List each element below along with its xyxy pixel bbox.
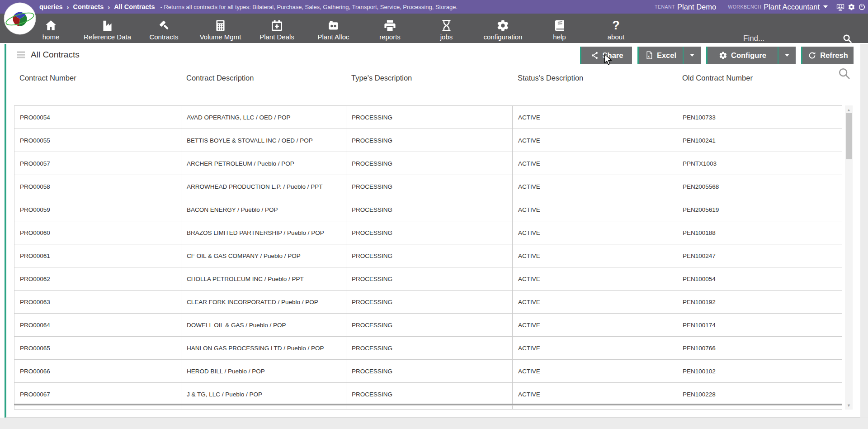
table-row[interactable]: PRO00055 BETTIS BOYLE & STOVALL INC / OE… [14,129,842,152]
cell-contract-number: PRO00065 [14,337,181,359]
refresh-button[interactable]: Refresh [801,47,854,64]
page-title: All Contracts [31,50,80,60]
screen-share-icon[interactable] [836,3,845,11]
nav-item-jobs[interactable]: jobs [418,14,475,43]
cell-contract-number: PRO00064 [14,314,181,336]
configure-button[interactable]: Configure [706,47,778,64]
cell-contract-number: PRO00061 [14,244,181,267]
cell-contract-description: HEROD BILL / Pueblo / POP [181,360,346,382]
workbench-value[interactable]: Plant Accountant [764,3,820,11]
breadcrumb-queries[interactable]: queries [39,3,63,10]
table-row[interactable]: PRO00060 BRAZOS LIMITED PARTNERSHIP / Pu… [14,221,842,244]
book-icon [553,18,566,33]
breadcrumb-separator-icon: › [67,3,69,11]
column-header-types-description[interactable]: Type's Description [346,74,512,82]
cell-contract-number: PRO00066 [14,360,181,382]
table-row[interactable]: PRO00062 CHOLLA PETROLEUM INC / Pueblo /… [14,267,842,291]
cell-old-contract-number: PEN100174 [677,314,842,336]
column-header-old-contract-number[interactable]: Old Contract Number [677,74,842,82]
nav-item-reports[interactable]: reports [362,14,418,43]
cell-contract-description: HANLON GAS PROCESSING LTD / Pueblo / POP [181,337,346,359]
cell-old-contract-number: PEN100188 [677,221,842,244]
table-row[interactable]: PRO00058 ARROWHEAD PRODUCTION L.P. / Pue… [14,175,842,198]
cell-type-description: PROCESSING [346,106,513,129]
chevron-down-icon [785,54,789,59]
table-row[interactable]: PRO00064 DOWELL OIL & GAS / Pueblo / POP… [14,314,842,337]
cell-status-description: ACTIVE [513,152,677,175]
cell-contract-number: PRO00063 [14,291,181,313]
cell-old-contract-number: PEN2005619 [677,198,842,221]
cell-contract-number: PRO00067 [14,383,181,405]
cell-status-description: ACTIVE [513,129,677,152]
printer-icon [383,18,396,33]
cell-contract-number: PRO00055 [14,129,181,152]
breadcrumb-contracts[interactable]: Contracts [73,3,104,10]
cell-contract-number: PRO00058 [14,175,181,198]
cell-status-description: ACTIVE [513,337,677,359]
workbench-chevron-down-icon[interactable] [823,5,828,10]
find-input[interactable] [742,33,837,43]
app-logo[interactable] [4,2,36,35]
scroll-down-arrow-icon[interactable]: ▼ [845,402,853,409]
refresh-icon [808,51,816,60]
table-row[interactable]: PRO00057 ARCHER PETROLEUM / Pueblo / POP… [14,152,842,175]
cell-contract-number: PRO00059 [14,198,181,221]
cell-status-description: ACTIVE [513,267,677,290]
column-header-contract-description[interactable]: Contract Description [181,74,346,82]
table-row[interactable]: PRO00067 J & TG, LLC / Pueblo / POP PROC… [14,383,842,406]
configure-dropdown-button[interactable] [778,47,796,64]
cell-status-description: ACTIVE [513,198,677,221]
cell-old-contract-number: PEN100192 [677,291,842,313]
cell-old-contract-number: PEN100102 [677,360,842,382]
cell-old-contract-number: PEN100247 [677,244,842,267]
nav-item-volume-mgmt[interactable]: Volume Mgmt [192,14,249,43]
calculator-icon [214,18,227,33]
cell-type-description: PROCESSING [346,244,513,267]
gavel-icon [157,18,170,33]
breadcrumb: queries › Contracts › All Contracts - Re… [39,0,458,14]
table-row[interactable]: PRO00065 HANLON GAS PROCESSING LTD / Pue… [14,337,842,360]
cell-status-description: ACTIVE [513,360,677,382]
scroll-up-arrow-icon[interactable]: ▲ [845,106,853,113]
cell-old-contract-number: PEN2005568 [677,175,842,198]
table-row[interactable]: PRO00063 CLEAR FORK INCORPORATED / Puebl… [14,291,842,314]
nav-item-plant-deals[interactable]: Plant Deals [249,14,305,43]
cell-type-description: PROCESSING [346,129,513,152]
cell-status-description: ACTIVE [513,314,677,336]
excel-button[interactable]: x Excel [637,47,683,64]
cell-type-description: PROCESSING [346,152,513,175]
table-row[interactable]: PRO00059 BACON ENERGY / Pueblo / POP PRO… [14,198,842,221]
settings-gear-icon[interactable] [848,3,855,11]
scrollbar-thumb[interactable] [846,113,852,159]
content-card: All Contracts Share x Excel Configure Re… [5,44,860,418]
share-icon [590,51,599,60]
grid-partial-row [14,405,842,410]
power-icon[interactable] [858,3,866,11]
tenant-value: Plant Demo [677,3,716,11]
nav-item-configuration[interactable]: configuration [475,14,531,43]
nav-item-reference-data[interactable]: Reference Data [79,14,136,43]
breadcrumb-all-contracts[interactable]: All Contracts [114,3,155,10]
nav-item-plant-alloc[interactable]: Plant Alloc [305,14,362,43]
cell-status-description: ACTIVE [513,175,677,198]
cell-status-description: ACTIVE [513,383,677,405]
excel-dropdown-button[interactable] [683,47,701,64]
column-header-contract-number[interactable]: Contract Number [14,74,181,82]
table-row[interactable]: PRO00054 AVAD OPERATING, LLC / OED / POP… [14,106,842,129]
nav-item-about[interactable]: ? about [588,14,644,43]
table-body: PRO00054 AVAD OPERATING, LLC / OED / POP… [14,106,842,406]
table-row[interactable]: PRO00061 CF OIL & GAS COMPANY / Pueblo /… [14,244,842,267]
share-button[interactable]: Share [580,47,632,64]
nav-item-help[interactable]: help [531,14,588,43]
column-header-statuss-description[interactable]: Status's Description [512,74,677,82]
cell-status-description: ACTIVE [513,244,677,267]
cell-old-contract-number: PPNTX1003 [677,152,842,175]
vertical-scrollbar[interactable]: ▲ ▼ [845,105,853,410]
breadcrumb-bar: queries › Contracts › All Contracts - Re… [0,0,868,14]
cell-type-description: PROCESSING [346,267,513,290]
table-row[interactable]: PRO00066 HEROD BILL / Pueblo / POP PROCE… [14,360,842,383]
cell-type-description: PROCESSING [346,175,513,198]
list-icon [15,49,26,62]
nav-item-contracts[interactable]: Contracts [136,14,192,43]
svg-text:x: x [648,54,650,58]
